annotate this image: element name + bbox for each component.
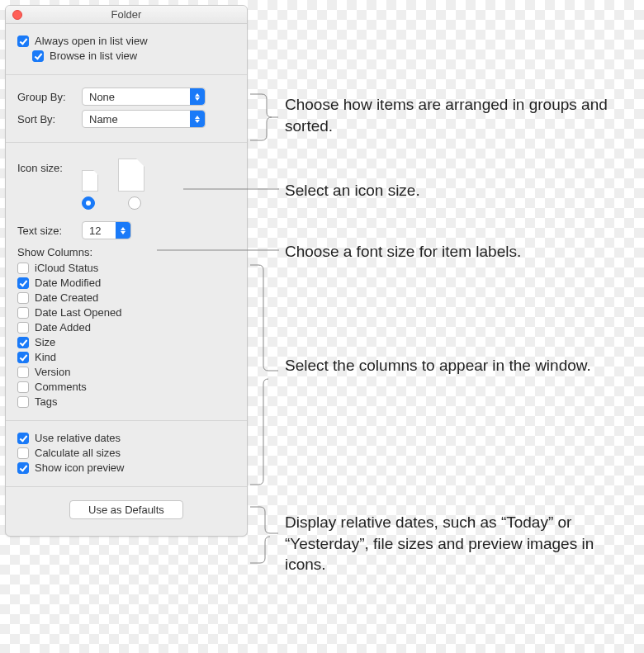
- column-label: Tags: [35, 395, 57, 408]
- column-checkbox[interactable]: [17, 277, 29, 289]
- icon-preview-label: Show icon preview: [35, 461, 124, 474]
- icon-size-small-radio[interactable]: [82, 196, 95, 210]
- show-columns-heading: Show Columns:: [17, 246, 235, 258]
- column-label: Comments: [35, 381, 87, 393]
- section-display: Icon size: Text size: 12 Show Columns: i…: [6, 143, 247, 421]
- column-option: Date Last Opened: [17, 306, 235, 319]
- sort-by-label: Sort By:: [17, 113, 82, 125]
- relative-dates-checkbox[interactable]: [17, 433, 29, 444]
- column-checkbox[interactable]: [17, 307, 29, 319]
- column-option: Size: [17, 336, 235, 348]
- always-open-checkbox[interactable]: [17, 35, 29, 47]
- sort-by-value: Name: [89, 113, 118, 125]
- group-by-value: None: [89, 91, 115, 103]
- annotation-iconsize: Select an icon size.: [285, 180, 632, 201]
- chevron-updown-icon: [116, 222, 130, 239]
- column-checkbox[interactable]: [17, 352, 29, 363]
- column-option: Comments: [17, 381, 235, 393]
- icon-size-label: Icon size:: [17, 162, 82, 174]
- column-label: Date Added: [35, 321, 91, 334]
- text-size-select[interactable]: 12: [82, 221, 131, 239]
- always-open-label: Always open in list view: [35, 35, 148, 47]
- columns-list: iCloud StatusDate ModifiedDate CreatedDa…: [17, 262, 235, 408]
- column-option: iCloud Status: [17, 262, 235, 274]
- close-icon[interactable]: [12, 10, 22, 20]
- column-checkbox[interactable]: [17, 337, 29, 348]
- column-label: Kind: [35, 351, 56, 363]
- column-option: Date Modified: [17, 277, 235, 289]
- column-checkbox[interactable]: [17, 292, 29, 304]
- text-size-label: Text size:: [17, 225, 82, 237]
- column-checkbox[interactable]: [17, 367, 29, 378]
- calculate-sizes-label: Calculate all sizes: [35, 447, 121, 459]
- annotation-footer: Display relative dates, such as “Today” …: [285, 512, 632, 575]
- section-arrange: Group By: None Sort By: Name: [6, 75, 247, 143]
- icon-size-large-radio[interactable]: [128, 196, 141, 210]
- column-checkbox[interactable]: [17, 396, 29, 408]
- icon-preview-checkbox[interactable]: [17, 462, 29, 474]
- group-by-label: Group By:: [17, 91, 82, 103]
- annotation-columns: Select the columns to appear in the wind…: [285, 355, 632, 376]
- section-open-options: Always open in list view Browse in list …: [6, 24, 247, 75]
- window-title: Folder: [111, 8, 142, 21]
- document-icon: [118, 159, 144, 192]
- column-option: Date Created: [17, 291, 235, 304]
- group-by-select[interactable]: None: [82, 88, 206, 106]
- section-defaults: Use as Defaults: [6, 487, 247, 536]
- browse-list-checkbox[interactable]: [32, 50, 44, 62]
- column-option: Kind: [17, 351, 235, 363]
- browse-list-label: Browse in list view: [50, 50, 137, 62]
- column-option: Version: [17, 366, 235, 378]
- column-checkbox[interactable]: [17, 322, 29, 334]
- column-label: Date Last Opened: [35, 306, 122, 319]
- sort-by-select[interactable]: Name: [82, 110, 206, 128]
- titlebar[interactable]: Folder: [6, 6, 247, 24]
- calculate-sizes-checkbox[interactable]: [17, 447, 29, 459]
- column-checkbox[interactable]: [17, 381, 29, 393]
- column-option: Tags: [17, 395, 235, 408]
- section-footer: Use relative dates Calculate all sizes S…: [6, 421, 247, 487]
- folder-view-options-window: Folder Always open in list view Browse i…: [5, 5, 248, 537]
- column-checkbox[interactable]: [17, 263, 29, 274]
- column-label: Date Created: [35, 291, 98, 304]
- column-label: Date Modified: [35, 277, 101, 289]
- document-icon: [82, 170, 98, 192]
- column-label: iCloud Status: [35, 262, 98, 274]
- chevron-updown-icon: [190, 111, 205, 127]
- annotation-textsize: Choose a font size for item labels.: [285, 241, 632, 263]
- column-label: Size: [35, 336, 55, 348]
- text-size-value: 12: [89, 225, 101, 237]
- use-as-defaults-button[interactable]: Use as Defaults: [69, 500, 183, 519]
- chevron-updown-icon: [190, 88, 205, 105]
- column-label: Version: [35, 366, 70, 378]
- annotation-arrange: Choose how items are arranged in groups …: [285, 94, 632, 136]
- column-option: Date Added: [17, 321, 235, 334]
- relative-dates-label: Use relative dates: [35, 432, 121, 444]
